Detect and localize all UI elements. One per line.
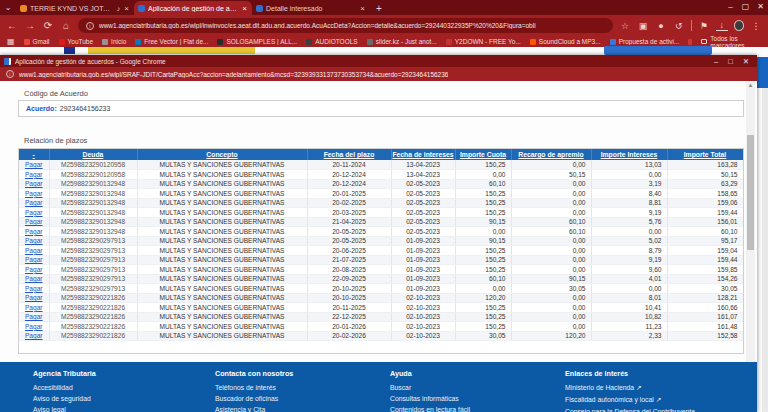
home-icon[interactable]: ⌂ xyxy=(60,20,72,31)
bookmark-item-5[interactable]: AUDIOTOOLS xyxy=(306,38,358,45)
flag-icon[interactable]: ⚑ xyxy=(698,21,710,31)
pagar-link[interactable]: Pagar xyxy=(25,228,43,235)
column-header[interactable]: Deuda xyxy=(49,149,137,160)
history-icon[interactable]: ↺ xyxy=(673,21,685,31)
bookmark-item-0[interactable]: Gmail xyxy=(24,38,50,45)
bookmark-item-10[interactable]: [FREE] Ye Jay x Detr... xyxy=(688,38,692,45)
popup-minimize-button[interactable]: – xyxy=(714,57,718,66)
address-bar[interactable]: i www1.agenciatributaria.gob.es/wlpl/inw… xyxy=(78,18,613,33)
cast-icon[interactable]: ▣ xyxy=(637,21,649,31)
popup-scrollbar[interactable]: ▲ xyxy=(746,81,755,362)
pagar-link[interactable]: Pagar xyxy=(25,294,43,301)
profile-avatar[interactable] xyxy=(734,20,744,31)
site-info-icon[interactable]: i xyxy=(86,22,94,30)
footer-link[interactable]: Aviso de seguridad xyxy=(33,395,96,402)
popup-site-info-icon[interactable]: i xyxy=(6,70,14,78)
minimize-button[interactable]: – xyxy=(723,0,738,13)
concepto-cell: MULTAS Y SANCIONES GUBERNATIVAS xyxy=(137,246,307,256)
column-header[interactable]: Importe Cuota xyxy=(455,149,511,160)
column-header[interactable]: Fecha de intereses xyxy=(391,149,455,160)
table-row: PagarM2598823290221826MULTAS Y SANCIONES… xyxy=(19,303,743,313)
table-row: PagarM2598823290297913MULTAS Y SANCIONES… xyxy=(19,265,743,275)
extension-icon[interactable]: ● xyxy=(655,21,667,31)
acuerdo-link[interactable]: Acuerdo: xyxy=(26,105,57,112)
popup-maximize-button[interactable]: □ xyxy=(728,57,733,66)
back-icon[interactable]: ← xyxy=(6,20,18,31)
pagar-link[interactable]: Pagar xyxy=(25,285,43,292)
footer-link[interactable]: Consejo para la Defensa del Contribuyent… xyxy=(565,408,695,412)
column-header[interactable]: Fecha del plazo xyxy=(307,149,391,160)
bookmark-item-3[interactable]: Free Vector | Flat de... xyxy=(135,38,208,45)
pagar-link[interactable]: Pagar xyxy=(25,247,43,254)
pagar-link[interactable]: Pagar xyxy=(25,237,43,244)
bookmark-item-9[interactable]: Propuesta de activi... xyxy=(610,38,680,45)
tab-close-icon[interactable]: × xyxy=(359,4,366,13)
bookmark-item-4[interactable]: SOLOSAMPLES | ALL... xyxy=(217,38,297,45)
bookmark-item-2[interactable]: Inicio xyxy=(102,38,126,45)
popup-title-bar[interactable]: Aplicación de gestión de acuerdos - Goog… xyxy=(0,55,757,67)
maximize-button[interactable]: ▢ xyxy=(738,0,753,13)
pagar-link[interactable]: Pagar xyxy=(25,171,43,178)
footer-link[interactable]: Contenidos en lectura fácil xyxy=(390,406,470,412)
footer-link[interactable]: Accesibilidad xyxy=(33,384,96,391)
pagar-link[interactable]: Pagar xyxy=(25,190,43,197)
tab-close-icon[interactable]: × xyxy=(123,4,130,13)
popup-address-bar[interactable]: i www1.agenciatributaria.gob.es/wlpl/SRA… xyxy=(0,67,757,81)
pagar-link[interactable]: Pagar xyxy=(25,161,43,168)
background-scrollbar[interactable] xyxy=(762,88,768,412)
forward-icon[interactable]: → xyxy=(24,20,36,31)
download-icon[interactable]: ↓ xyxy=(716,20,728,31)
footer-link[interactable]: Buscar xyxy=(390,384,470,391)
new-tab-button[interactable]: + xyxy=(370,2,388,15)
column-header[interactable]: Importe Total xyxy=(667,149,743,160)
footer-link[interactable]: Asistencia y Cita xyxy=(215,406,293,412)
bookmark-label: AUDIOTOOLS xyxy=(315,38,358,45)
pagar-link[interactable]: Pagar xyxy=(25,199,43,206)
browser-tab-2[interactable]: Detalle interesado× xyxy=(252,1,370,15)
bookmark-item-8[interactable]: SoundCloud a MP3... xyxy=(530,38,601,45)
footer-link[interactable]: Fiscalidad autonómica y local ↗ xyxy=(565,396,695,404)
footer-link[interactable]: Teléfonos de interés xyxy=(215,384,293,391)
column-header[interactable]: Importe Intereses xyxy=(591,149,667,160)
bookmark-star-icon[interactable]: ☆ xyxy=(619,21,631,31)
scrollbar-thumb[interactable] xyxy=(747,135,754,250)
importe-intereses-cell: 8,40 xyxy=(591,189,667,199)
column-header[interactable]: - xyxy=(19,149,49,160)
browser-tab-0[interactable]: TERRIE KYND VS JOTAFIL♪× xyxy=(16,1,134,15)
tab-audio-icon[interactable]: ♪ xyxy=(117,5,121,12)
pagar-link[interactable]: Pagar xyxy=(25,332,43,339)
footer-link[interactable]: Ministerio de Hacienda ↗ xyxy=(565,384,695,392)
pagar-link[interactable]: Pagar xyxy=(25,323,43,330)
concepto-cell: MULTAS Y SANCIONES GUBERNATIVAS xyxy=(137,170,307,180)
bookmark-item-6[interactable]: slider.kz - Just anot... xyxy=(367,38,437,45)
footer-link[interactable]: Consultas informáticas xyxy=(390,395,470,402)
pagar-link[interactable]: Pagar xyxy=(25,209,43,216)
scrollbar-up-arrow-icon[interactable]: ▲ xyxy=(746,81,755,89)
deuda-cell: M2598823290132948 xyxy=(49,227,137,237)
pagar-link[interactable]: Pagar xyxy=(25,218,43,225)
pagar-link[interactable]: Pagar xyxy=(25,304,43,311)
background-blue-button[interactable] xyxy=(604,46,712,55)
pagar-link[interactable]: Pagar xyxy=(25,313,43,320)
pagar-link[interactable]: Pagar xyxy=(25,180,43,187)
close-button[interactable]: ✕ xyxy=(753,0,768,13)
importe-cuota-cell: 150,25 xyxy=(455,303,511,313)
pagar-link[interactable]: Pagar xyxy=(25,256,43,263)
footer-link[interactable]: Buscador de oficinas xyxy=(215,395,293,402)
apps-grid-icon[interactable]: ▦ xyxy=(7,37,15,46)
column-header[interactable]: Concepto xyxy=(137,149,307,160)
bookmark-item-1[interactable]: YouTube xyxy=(59,38,94,45)
browser-tab-1[interactable]: Aplicación de gestión de acue...× xyxy=(134,1,252,15)
reload-icon[interactable]: ⟳ xyxy=(42,20,54,31)
importe-cuota-cell: 120,20 xyxy=(455,293,511,303)
fecha-plazo-cell: 20-08-2025 xyxy=(307,265,391,275)
tab-close-icon[interactable]: × xyxy=(241,4,248,13)
popup-close-button[interactable]: ✕ xyxy=(743,57,749,66)
pagar-link[interactable]: Pagar xyxy=(25,266,43,273)
menu-kebab-icon[interactable]: ⋮ xyxy=(750,21,762,31)
tab-search-button[interactable]: ⌄ xyxy=(0,1,16,15)
footer-link[interactable]: Aviso legal xyxy=(33,406,96,412)
bookmark-item-7[interactable]: Y2DOWN - FREE Yo... xyxy=(446,38,521,45)
pagar-link[interactable]: Pagar xyxy=(25,275,43,282)
column-header[interactable]: Recargo de apremio xyxy=(511,149,591,160)
